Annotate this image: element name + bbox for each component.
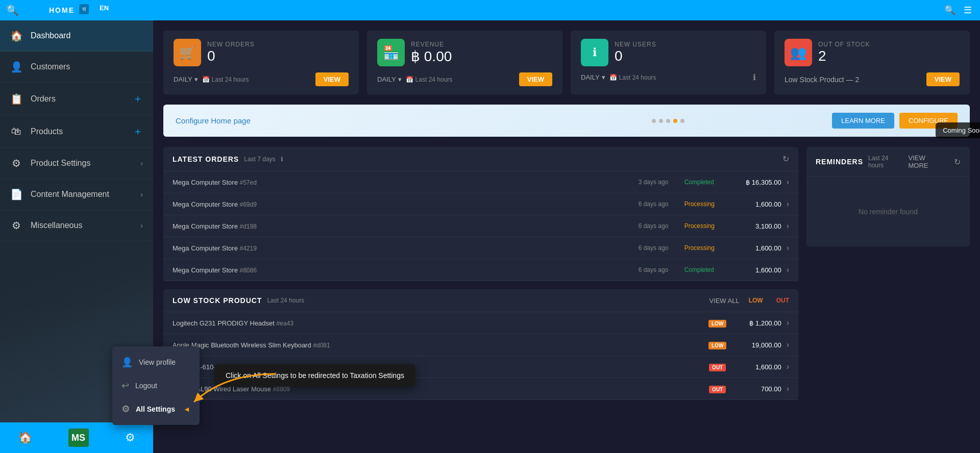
order-store: Mega Computer Store #8086 (173, 266, 639, 274)
banner-dot-2[interactable] (659, 119, 663, 123)
stats-row: 🛒 NEW ORDERS 0 DAILY ▾ 📅 Last 24 hours V… (163, 31, 970, 94)
top-search-icon[interactable]: 🔍 (944, 5, 955, 16)
view-more-button[interactable]: VIEW MORE (909, 154, 945, 169)
reminders-title: REMINDERS (816, 158, 863, 166)
low-stock-label: Low Stock Product — 2 (785, 76, 922, 84)
order-amount: 1,600.00 (730, 266, 781, 274)
sidebar-item-customers[interactable]: 👤 Customers (0, 52, 153, 83)
sidebar-item-miscellaneous[interactable]: ⚙ Miscellaneous › (0, 210, 153, 241)
banner-dot-5[interactable] (680, 119, 684, 123)
chevron-right-icon: › (140, 190, 143, 198)
orders-view-button[interactable]: VIEW (315, 72, 349, 86)
add-product-button[interactable]: ＋ (133, 124, 143, 138)
order-amount: 3,100.00 (730, 222, 781, 230)
order-status: Completed (684, 179, 730, 186)
stock-name: Apple Magic Bluetooth Wireless Slim Keyb… (173, 341, 705, 349)
revenue-value: ฿ 0.00 (411, 48, 552, 65)
order-status: Processing (684, 244, 730, 251)
stock-sku: #ea43 (277, 320, 293, 327)
out-of-stock-value: 2 (818, 48, 960, 64)
search-icon[interactable]: 🔍 (6, 4, 19, 16)
sidebar-item-product-settings[interactable]: ⚙ Product Settings › (0, 148, 153, 179)
latest-orders-title: LATEST ORDERS (173, 155, 239, 163)
stock-status-badge: LOW (708, 320, 726, 328)
latest-orders-refresh[interactable]: ↻ (782, 154, 789, 164)
banner-dot-4[interactable] (673, 119, 677, 123)
sidebar-item-label: Product Settings (31, 159, 132, 168)
lang-en[interactable]: EN (100, 4, 109, 12)
sidebar-item-content-management[interactable]: 📄 Content Management › (0, 179, 153, 210)
orders-period-dropdown[interactable]: DAILY ▾ (174, 76, 198, 83)
misc-icon: ⚙ (10, 219, 22, 232)
page-title: HOME (49, 6, 75, 14)
revenue-period-dropdown[interactable]: DAILY ▾ (377, 76, 402, 83)
lang-bn[interactable]: বা (79, 4, 89, 14)
bottom-bar: 🏠 MS ⚙ (0, 422, 153, 453)
new-users-label: NEW USERS (615, 41, 756, 48)
sidebar-item-label: Orders (31, 94, 125, 104)
stock-sku: #d081 (313, 342, 330, 349)
ms-button[interactable]: MS (68, 429, 89, 447)
stat-card-revenue: 🏪 REVENUE ฿ 0.00 DAILY ▾ 📅 Last 24 hours… (367, 31, 562, 94)
stock-status-badge: OUT (709, 386, 726, 393)
stock-badge: LOW (705, 318, 730, 328)
users-period-dropdown[interactable]: DAILY ▾ (581, 73, 605, 81)
users-date: 📅 Last 24 hours (609, 74, 656, 81)
sidebar-item-dashboard[interactable]: 🏠 Dashboard (0, 20, 153, 52)
sidebar-item-label: Content Management (31, 190, 132, 199)
view-all-button[interactable]: VIEW ALL (709, 297, 739, 305)
revenue-view-button[interactable]: VIEW (519, 72, 552, 86)
reminders-refresh[interactable]: ↻ (954, 157, 961, 167)
content-icon: 📄 (10, 188, 22, 200)
sidebar-item-label: Miscellaneous (31, 221, 132, 230)
add-order-button[interactable]: ＋ (133, 92, 143, 106)
content-right: REMINDERS Last 24 hours VIEW MORE ↻ No r… (806, 147, 970, 408)
latest-orders-panel: LATEST ORDERS Last 7 days ℹ ↻ Mega Compu… (163, 147, 798, 281)
customers-icon: 👤 (10, 61, 22, 73)
stock-row[interactable]: Apple Magic Bluetooth Wireless Slim Keyb… (163, 334, 798, 356)
order-row[interactable]: Mega Computer Store #57ed 3 days ago Com… (163, 171, 798, 193)
order-row[interactable]: Mega Computer Store #4219 6 days ago Pro… (163, 237, 798, 259)
no-reminder-text: No reminder found (806, 177, 970, 246)
order-arrow-icon: › (787, 178, 789, 187)
order-arrow-icon: › (787, 265, 789, 274)
stat-card-new-orders: 🛒 NEW ORDERS 0 DAILY ▾ 📅 Last 24 hours V… (163, 31, 359, 94)
info-icon: ℹ (753, 72, 756, 82)
coming-soon-badge: Coming Soon (936, 122, 980, 138)
top-bar: 🔍 বা EN HOME 🔍 ☰ (0, 0, 980, 20)
stock-row[interactable]: Logitech G231 PRODIGY Headset #ea43 LOW … (163, 312, 798, 334)
stat-info-orders: NEW ORDERS 0 (207, 41, 349, 64)
learn-more-button[interactable]: LEARN MORE (832, 113, 894, 129)
stock-amount: 19,000.00 (730, 341, 781, 349)
order-row[interactable]: Mega Computer Store #d198 6 days ago Pro… (163, 215, 798, 237)
top-menu-icon[interactable]: ☰ (964, 5, 972, 16)
sidebar-item-products[interactable]: 🛍 Products ＋ (0, 115, 153, 148)
stock-badge: OUT (705, 362, 730, 371)
order-time: 6 days ago (639, 244, 684, 251)
sidebar-item-orders[interactable]: 📋 Orders ＋ (0, 83, 153, 115)
order-id: #57ed (240, 179, 257, 186)
order-arrow-icon: › (787, 199, 789, 209)
order-time: 3 days ago (639, 179, 684, 186)
stock-status-badge: LOW (708, 342, 726, 349)
new-users-value: 0 (615, 48, 756, 64)
stock-arrow-icon: › (787, 318, 789, 328)
order-store: Mega Computer Store #4219 (173, 244, 639, 252)
home-bottom-button[interactable]: 🏠 (18, 431, 32, 444)
new-users-icon: ℹ (581, 39, 608, 66)
latest-orders-header: LATEST ORDERS Last 7 days ℹ ↻ (163, 147, 798, 171)
stock-view-button[interactable]: VIEW (926, 72, 960, 86)
order-row[interactable]: Mega Computer Store #8086 6 days ago Com… (163, 259, 798, 281)
banner-dot-1[interactable] (652, 119, 656, 123)
banner-dot-3[interactable] (666, 119, 670, 123)
out-of-stock-label: OUT OF STOCK (818, 41, 960, 48)
stock-amount: 1,600.00 (730, 363, 781, 371)
sidebar-item-label: Customers (31, 62, 143, 71)
reminders-panel: REMINDERS Last 24 hours VIEW MORE ↻ No r… (806, 147, 970, 246)
stock-badge: OUT (705, 384, 730, 393)
reminders-header: REMINDERS Last 24 hours VIEW MORE ↻ (806, 147, 970, 177)
order-row[interactable]: Mega Computer Store #69d9 6 days ago Pro… (163, 193, 798, 215)
order-id: #d198 (240, 223, 257, 230)
stat-info-users: NEW USERS 0 (615, 41, 756, 64)
settings-bottom-button[interactable]: ⚙ (125, 431, 135, 444)
